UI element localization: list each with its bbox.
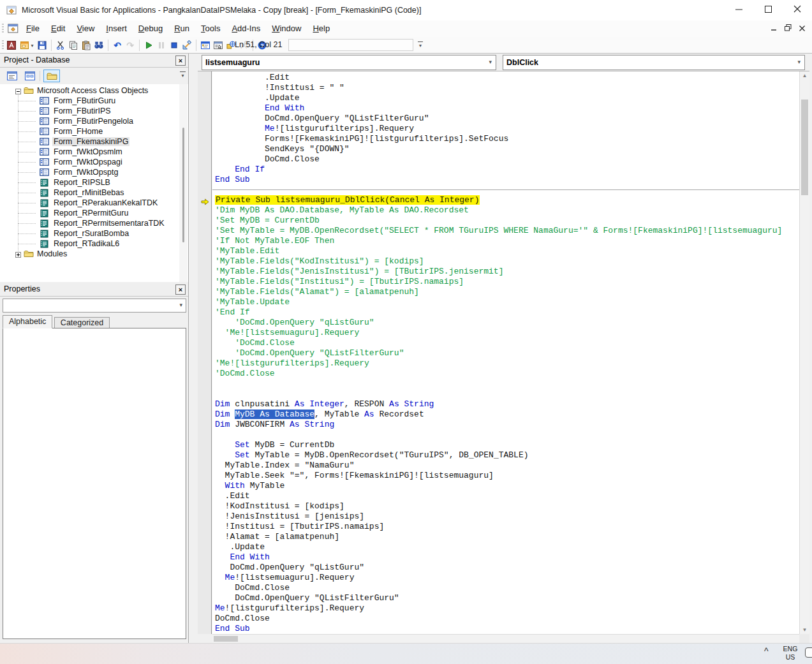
- menu-window[interactable]: Window: [266, 20, 307, 37]
- properties-panel-close-icon[interactable]: ×: [175, 284, 186, 295]
- tree-item-modules[interactable]: Modules: [0, 249, 179, 259]
- menu-grip[interactable]: [2, 24, 4, 34]
- project-explorer-icon[interactable]: [200, 39, 211, 52]
- code-line: [215, 430, 799, 440]
- code-line: 'Me![listsemuaguru].Requery: [215, 328, 799, 338]
- tree-item-report-rpermitsementaratdk[interactable]: Report_RPermitsementaraTDK: [0, 218, 179, 228]
- tree-item-form-fbutirguru[interactable]: Form_FButirGuru: [0, 96, 179, 106]
- menu-items: FileEditViewInsertDebugRunToolsAdd-InsWi…: [20, 20, 336, 37]
- save-icon[interactable]: [36, 39, 48, 52]
- code-line: .Edit: [215, 491, 799, 501]
- tree-item-microsoft-access-class-objects[interactable]: Microsoft Access Class Objects: [0, 85, 179, 96]
- code-horizontal-scrollbar-thumb[interactable]: [214, 636, 238, 642]
- redo-icon[interactable]: ↷: [124, 39, 136, 52]
- cut-icon[interactable]: [55, 39, 66, 52]
- tree-item-label: Modules: [37, 249, 67, 258]
- project-panel-close-icon[interactable]: ×: [175, 55, 186, 66]
- mdi-minimize-button[interactable]: [769, 24, 779, 34]
- reset-icon[interactable]: [168, 39, 180, 52]
- code-line: Dim MyDB As Database, MyTable As Records…: [215, 409, 799, 420]
- paste-icon[interactable]: [80, 39, 92, 52]
- code-editor[interactable]: .Edit !Institusi = " " .Update End With …: [212, 71, 799, 634]
- toolbar-divider: [139, 40, 140, 51]
- toolbar-grip[interactable]: [2, 40, 4, 50]
- code-line: 'MyTable.Edit: [215, 246, 799, 256]
- mdi-close-button[interactable]: [797, 24, 807, 34]
- menu-insert[interactable]: Insert: [100, 20, 133, 37]
- code-line: !Alamat = [alamatpenuh]: [215, 532, 799, 542]
- find-icon[interactable]: [93, 39, 105, 52]
- tree-item-report-rpermitguru[interactable]: Report_RPermitGuru: [0, 208, 179, 218]
- collapse-box-icon[interactable]: [15, 87, 21, 96]
- project-toolbar-divider: [40, 71, 40, 81]
- properties-window-icon[interactable]: [212, 39, 224, 52]
- properties-object-select[interactable]: ▾: [3, 299, 186, 313]
- window-maximize-button[interactable]: [753, 0, 783, 20]
- menu-add-ins[interactable]: Add-Ins: [226, 20, 266, 37]
- tree-item-report-rminitbebas[interactable]: Report_rMinitBebas: [0, 188, 179, 198]
- insert-object-icon[interactable]: ▾: [18, 39, 35, 52]
- object-dropdown-value: listsemuaguru: [205, 55, 260, 70]
- code-vertical-scrollbar-thumb[interactable]: [801, 100, 808, 195]
- run-icon[interactable]: [143, 39, 154, 52]
- child-window-icon[interactable]: [8, 24, 18, 33]
- tree-item-form-fkemaskinipg[interactable]: Form_FkemaskiniPG: [0, 136, 179, 147]
- object-dropdown[interactable]: listsemuaguru ▾: [202, 55, 496, 70]
- code-line: End If: [215, 165, 799, 175]
- break-icon[interactable]: [156, 39, 167, 52]
- tree-item-label: Microsoft Access Class Objects: [37, 86, 148, 95]
- code-line: Me![listgurufilterips].Requery: [215, 124, 799, 134]
- design-mode-icon[interactable]: [181, 39, 193, 52]
- scroll-down-icon[interactable]: ▼: [800, 627, 809, 633]
- mdi-restore-button[interactable]: [783, 24, 793, 34]
- code-line: Dim JWBCONFIRM As String: [215, 420, 799, 430]
- window-close-button[interactable]: [783, 0, 812, 20]
- menu-debug[interactable]: Debug: [133, 20, 168, 37]
- menu-edit[interactable]: Edit: [45, 20, 71, 37]
- menu-tools[interactable]: Tools: [195, 20, 226, 37]
- tree-item-report-rtadikal6[interactable]: Report_RTadikaL6: [0, 239, 179, 249]
- project-toolbar-overflow-button[interactable]: ▾: [179, 69, 187, 82]
- tray-expand-caret-icon[interactable]: ^: [764, 646, 769, 656]
- language-line1: ENG: [781, 645, 800, 653]
- toolbar-divider: [196, 40, 196, 51]
- view-code-icon[interactable]: [4, 70, 20, 82]
- tree-item-report-rsuratbomba[interactable]: Report_rSuratBomba: [0, 228, 179, 239]
- tree-item-form-fwktopsmlm[interactable]: Form_fWktOpsmlm: [0, 147, 179, 157]
- properties-list-area[interactable]: [3, 328, 186, 639]
- tree-item-form-fhome[interactable]: Form_FHome: [0, 126, 179, 136]
- menu-view[interactable]: View: [71, 20, 100, 37]
- margin-indicator-bar[interactable]: [198, 71, 212, 634]
- scroll-up-icon[interactable]: ▲: [800, 73, 809, 78]
- code-vertical-scrollbar[interactable]: ▲ ▼: [799, 71, 809, 634]
- tree-item-form-fwktopsptg[interactable]: Form_fWktOpsptg: [0, 167, 179, 177]
- standard-toolbar: ▾↶↷? Ln 51, Col 21 ▾: [0, 37, 812, 54]
- tree-item-label: Report_RIPSLB: [52, 178, 112, 187]
- tray-partial-icon[interactable]: [805, 647, 812, 658]
- view-object-icon[interactable]: [22, 70, 38, 82]
- tree-item-label: Form_fWktOpspagi: [52, 158, 124, 166]
- project-tree-scrollbar-thumb[interactable]: [182, 128, 184, 242]
- tree-item-form-fwktopspagi[interactable]: Form_fWktOpspagi: [0, 157, 179, 167]
- project-tree-scrollbar[interactable]: [179, 84, 188, 282]
- procedure-dropdown[interactable]: DblClick ▾: [503, 55, 805, 70]
- code-horizontal-scrollbar[interactable]: [212, 634, 799, 643]
- language-indicator[interactable]: ENG US: [781, 645, 800, 661]
- copy-icon[interactable]: [68, 39, 79, 52]
- tree-item-report-ripslb[interactable]: Report_RIPSLB: [0, 177, 179, 188]
- form-icon: [40, 148, 49, 158]
- menu-run[interactable]: Run: [168, 20, 195, 37]
- toggle-folders-icon[interactable]: [43, 70, 60, 82]
- expand-box-icon[interactable]: [15, 251, 21, 260]
- tree-item-form-fbutirips[interactable]: Form_FButirIPS: [0, 106, 179, 116]
- tree-item-form-fbutirpengelola[interactable]: Form_FButirPengelola: [0, 116, 179, 126]
- tab-alphabetic[interactable]: Alphabetic: [3, 315, 52, 328]
- window-minimize-button[interactable]: [724, 0, 753, 20]
- menu-help[interactable]: Help: [307, 20, 336, 37]
- view-microsoft-access-icon[interactable]: [6, 39, 17, 52]
- tree-item-report-rperakuankekaltdk[interactable]: Report_RPerakuanKekalTDK: [0, 198, 179, 208]
- undo-icon[interactable]: ↶: [112, 39, 123, 52]
- toolbar-overflow-button[interactable]: ▾: [416, 39, 425, 51]
- menu-file[interactable]: File: [20, 20, 45, 37]
- tree-item-label: Form_FButirPengelola: [52, 117, 135, 126]
